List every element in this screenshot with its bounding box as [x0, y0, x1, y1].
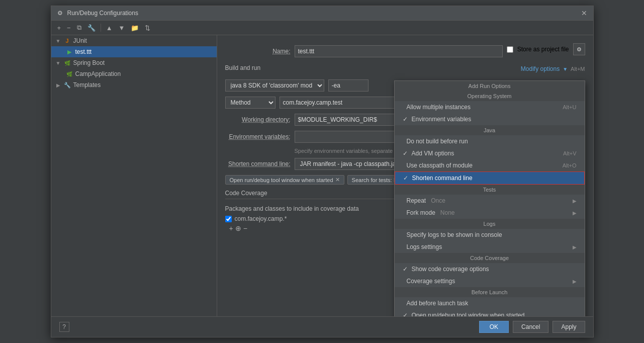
junit-icon: J	[63, 37, 71, 45]
name-input[interactable]	[295, 45, 503, 57]
junit-arrow: ▼	[55, 38, 61, 44]
tag-open-label: Open run/debug tool window when started	[230, 177, 333, 183]
store-checkbox[interactable]	[507, 46, 513, 53]
sidebar-item-templates[interactable]: ▶ 🔧 Templates	[51, 79, 217, 91]
modify-options-link[interactable]: Modify options	[521, 65, 560, 72]
add-coverage-button[interactable]: +	[229, 224, 233, 232]
menu-item-allow-multiple[interactable]: Allow multiple instances Alt+U	[395, 101, 585, 113]
cancel-button[interactable]: Cancel	[513, 321, 548, 333]
menu-item-logs-settings-left: Logs settings	[403, 243, 442, 250]
fork-mode-value: None	[440, 209, 455, 216]
menu-item-classpath-left: Use classpath of module	[403, 162, 473, 169]
spring-icon: 🌿	[63, 59, 71, 67]
ok-button[interactable]: OK	[479, 321, 509, 333]
toolbar: + − ⧉ 🔧 ▲ ▼ 📁 ⇅	[51, 21, 593, 35]
menu-item-show-coverage-left: ✓ Show code coverage options	[403, 266, 489, 273]
copy-config-button[interactable]: ⧉	[75, 23, 83, 33]
coverage-settings-arrow: ▶	[573, 279, 577, 284]
menu-item-repeat[interactable]: Repeat Once ▶	[395, 195, 585, 207]
add-vm-check: ✓	[403, 150, 408, 157]
menu-item-env-variables[interactable]: ✓ Environment variables	[395, 113, 585, 125]
coverage-settings-label: Coverage settings	[407, 278, 455, 285]
sidebar-item-junit[interactable]: ▼ J JUnit	[51, 35, 217, 46]
menu-item-classpath[interactable]: Use classpath of module Alt+O	[395, 159, 585, 172]
menu-item-specify-left: Specify logs to be shown in console	[403, 231, 502, 238]
main-content: ▼ J JUnit ▶ test.ttt ▼ 🌿 Spring Boot 🌿 C…	[51, 35, 593, 316]
working-dir-label: Working directory:	[225, 116, 291, 123]
menu-item-shorten-cmd[interactable]: ✓ Shorten command line	[395, 172, 585, 185]
move-up-button[interactable]: ▲	[104, 23, 115, 33]
shorten-cmd-label: Shorten command line:	[225, 160, 291, 167]
wrench-button[interactable]: 🔧	[85, 23, 98, 33]
show-coverage-check: ✓	[403, 266, 408, 273]
add-vm-label: Add VM options	[412, 150, 454, 157]
run-debug-dialog: ⚙ Run/Debug Configurations ✕ + − ⧉ 🔧 ▲ ▼…	[51, 6, 594, 337]
logs-settings-label: Logs settings	[407, 243, 442, 250]
fork-mode-label: Fork mode	[407, 209, 435, 216]
close-button[interactable]: ✕	[580, 9, 588, 17]
build-run-header-row: Build and run Modify options ▼ Alt+M	[225, 64, 585, 73]
add-before-label: Add before launch task	[407, 300, 469, 307]
repeat-label: Repeat	[407, 197, 426, 204]
show-coverage-label: Show code coverage options	[412, 266, 489, 273]
fork-arrow: ▶	[573, 210, 577, 216]
menu-item-logs-settings[interactable]: Logs settings ▶	[395, 241, 585, 253]
tag-open-close[interactable]: ✕	[335, 177, 340, 183]
add-vm-shortcut: Alt+V	[563, 150, 577, 156]
sdk-select[interactable]: java 8 SDK of 'classroom' mod	[225, 79, 324, 92]
remove-config-button[interactable]: −	[65, 23, 73, 33]
menu-item-coverage-settings-left: Coverage settings	[403, 278, 455, 285]
vm-options-input[interactable]	[328, 79, 369, 92]
menu-item-fork-left: Fork mode None	[403, 209, 455, 216]
modify-options-area: Modify options ▼ Alt+M	[521, 65, 585, 72]
store-row: Store as project file ⚙	[507, 43, 585, 55]
test-ttt-label: test.ttt	[75, 48, 92, 55]
test-icon: ▶	[65, 48, 73, 56]
tests-section-header: Tests	[395, 185, 585, 195]
menu-item-coverage-settings[interactable]: Coverage settings ▶	[395, 275, 585, 287]
menu-item-specify-logs[interactable]: Specify logs to be shown in console	[395, 229, 585, 241]
open-tool-check: ✓	[403, 312, 408, 316]
coverage-section-header: Code Coverage	[395, 253, 585, 263]
store-label: Store as project file	[517, 46, 569, 53]
menu-item-repeat-left: Repeat Once	[403, 197, 445, 204]
folder-button[interactable]: 📁	[129, 23, 141, 33]
menu-item-no-build[interactable]: Do not build before run	[395, 135, 585, 147]
add-pattern-button[interactable]: ⊕	[235, 224, 241, 232]
toolbar-separator-1	[101, 24, 101, 32]
templates-label: Templates	[73, 81, 101, 89]
apply-button[interactable]: Apply	[553, 321, 585, 333]
menu-item-show-coverage[interactable]: ✓ Show code coverage options	[395, 263, 585, 275]
sidebar-item-test-ttt[interactable]: ▶ test.ttt	[51, 46, 217, 57]
modify-options-arrow: ▼	[563, 66, 568, 72]
allow-multiple-shortcut: Alt+U	[563, 104, 576, 110]
coverage-checkbox[interactable]	[225, 216, 232, 222]
classpath-shortcut: Alt+O	[563, 162, 577, 168]
add-config-button[interactable]: +	[55, 23, 63, 33]
env-variables-label: Environment variables	[412, 116, 472, 123]
sidebar-item-spring-boot[interactable]: ▼ 🌿 Spring Boot	[51, 57, 217, 68]
junit-label: JUnit	[73, 37, 87, 44]
menu-item-shorten-left: ✓ Shorten command line	[403, 175, 473, 182]
footer-help: ?	[59, 322, 69, 332]
menu-item-open-tool[interactable]: ✓ Open run/debug tool window when starte…	[395, 309, 585, 316]
shorten-cmd-label: Shorten command line	[412, 175, 473, 182]
move-down-button[interactable]: ▼	[117, 23, 127, 33]
menu-item-env-left: ✓ Environment variables	[403, 116, 472, 123]
footer: ? OK Cancel Apply	[51, 316, 593, 337]
templates-arrow: ▶	[55, 82, 61, 88]
sidebar-item-camp-application[interactable]: 🌿 CampApplication	[51, 68, 217, 79]
repeat-arrow: ▶	[573, 198, 577, 204]
menu-item-fork-mode[interactable]: Fork mode None ▶	[395, 207, 585, 219]
store-gear-button[interactable]: ⚙	[573, 43, 585, 55]
help-button[interactable]: ?	[59, 322, 69, 332]
menu-item-add-vm[interactable]: ✓ Add VM options Alt+V	[395, 147, 585, 159]
method-select[interactable]: Method	[225, 97, 275, 109]
remove-coverage-button[interactable]: −	[243, 224, 247, 232]
menu-item-add-before[interactable]: Add before launch task	[395, 297, 585, 309]
title-bar: ⚙ Run/Debug Configurations ✕	[51, 6, 593, 21]
logs-section-header: Logs	[395, 219, 585, 229]
name-row: Name: Store as project file ⚙	[225, 43, 585, 59]
dialog-title: Run/Debug Configurations	[67, 10, 138, 17]
sort-button[interactable]: ⇅	[143, 23, 152, 33]
